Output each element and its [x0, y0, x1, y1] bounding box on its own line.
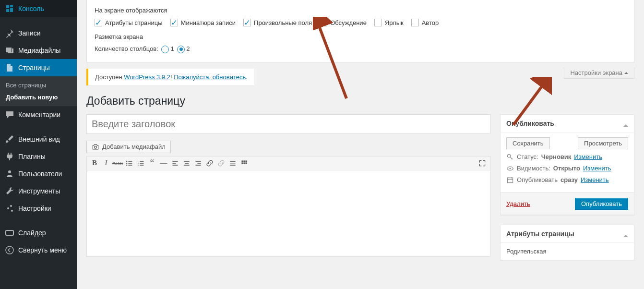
pin-icon — [5, 28, 14, 38]
svg-rect-32 — [243, 160, 245, 162]
toggle-icon — [623, 122, 628, 127]
brush-icon — [5, 134, 14, 144]
svg-rect-35 — [243, 162, 245, 164]
menu-dashboard[interactable]: Консоль — [0, 0, 77, 17]
post-status-row: Статус: Черновик Изменить — [506, 153, 628, 161]
chk-slug[interactable]: Ярлык — [374, 19, 404, 26]
submenu-add-new[interactable]: Добавить новую — [0, 91, 77, 103]
attributes-box-header[interactable]: Атрибуты страницы — [501, 225, 634, 243]
visibility-row: Видимость: Открыто Изменить — [506, 165, 628, 172]
svg-rect-39 — [507, 178, 513, 182]
menu-slider[interactable]: Слайдер — [0, 224, 77, 241]
menu-plugins[interactable]: Плагины — [0, 148, 77, 165]
fullscreen-button[interactable] — [477, 158, 488, 169]
svg-rect-23 — [185, 163, 189, 164]
chk-page-attributes[interactable]: ✓Атрибуты страницы — [95, 19, 163, 26]
quote-button[interactable]: “ — [147, 158, 157, 169]
menu-comments[interactable]: Комментарии — [0, 106, 77, 123]
menu-label: Медиафайлы — [18, 47, 60, 54]
submenu-all-pages[interactable]: Все страницы — [0, 79, 77, 91]
menu-label: Консоль — [18, 5, 44, 12]
svg-point-37 — [507, 154, 510, 157]
menu-label: Слайдер — [18, 229, 46, 237]
save-draft-button[interactable]: Сохранить — [506, 137, 550, 149]
preview-button[interactable]: Просмотреть — [578, 137, 628, 149]
italic-button[interactable]: I — [101, 158, 111, 169]
ul-button[interactable] — [124, 158, 134, 169]
radio-cols-1[interactable] — [161, 46, 169, 53]
bold-button[interactable]: B — [89, 158, 100, 169]
calendar-icon — [506, 176, 514, 184]
svg-point-7 — [126, 160, 127, 161]
svg-rect-8 — [128, 161, 132, 162]
svg-rect-33 — [245, 160, 247, 162]
layout-columns-row: Количество столбцов: 1 2 — [95, 45, 626, 53]
chk-discussion[interactable]: Обсуждение — [320, 19, 367, 26]
svg-rect-36 — [245, 162, 247, 164]
publish-button[interactable]: Опубликовать — [575, 198, 628, 210]
screen-options-toggle[interactable]: Настройки экрана — [564, 67, 634, 79]
svg-rect-34 — [241, 162, 243, 164]
schedule-row: Опубликовать сразу Изменить — [506, 176, 628, 184]
align-right-button[interactable] — [193, 158, 203, 169]
svg-rect-19 — [172, 161, 178, 162]
svg-rect-30 — [230, 165, 235, 166]
svg-rect-18 — [140, 165, 143, 166]
link-button[interactable] — [204, 158, 215, 169]
chk-author[interactable]: Автор — [411, 19, 439, 26]
toolbar-toggle-button[interactable] — [239, 158, 250, 169]
menu-users[interactable]: Пользователи — [0, 165, 77, 182]
page-icon — [5, 63, 14, 72]
svg-point-2 — [7, 207, 9, 209]
svg-point-11 — [126, 164, 127, 165]
menu-posts[interactable]: Записи — [0, 24, 77, 42]
chk-featured-image[interactable]: ✓Миниатюра записи — [170, 19, 236, 26]
editor-body[interactable] — [86, 170, 490, 257]
strike-button[interactable]: ABC — [112, 158, 123, 169]
publish-box: Опубликовать Сохранить Просмотреть Стату… — [500, 114, 634, 215]
more-button[interactable] — [227, 158, 238, 169]
edit-schedule-link[interactable]: Изменить — [581, 176, 609, 183]
menu-pages[interactable]: Страницы — [0, 59, 77, 76]
publish-box-header[interactable]: Опубликовать — [501, 115, 634, 132]
svg-rect-31 — [241, 160, 243, 162]
menu-label: Плагины — [18, 153, 46, 160]
svg-rect-12 — [128, 165, 132, 166]
svg-rect-4 — [6, 230, 13, 235]
menu-tools[interactable]: Инструменты — [0, 182, 77, 200]
menu-label: Внешний вид — [18, 135, 60, 143]
ol-button[interactable]: 123 — [135, 158, 146, 169]
svg-point-9 — [126, 162, 127, 163]
menu-settings[interactable]: Настройки — [0, 200, 77, 217]
align-center-button[interactable] — [181, 158, 192, 169]
edit-visibility-link[interactable]: Изменить — [583, 165, 611, 172]
add-media-button[interactable]: Добавить медиафайл — [86, 141, 171, 153]
editor-toolbar: B I ABC 123 “ — — [86, 156, 490, 170]
submenu-pages: Все страницы Добавить новую — [0, 76, 77, 106]
unlink-button[interactable] — [216, 158, 227, 169]
sidebar-column: Опубликовать Сохранить Просмотреть Стату… — [500, 114, 634, 270]
parent-label: Родительская — [506, 248, 628, 255]
svg-text:3: 3 — [138, 164, 139, 166]
collapse-menu[interactable]: Свернуть меню — [0, 241, 77, 259]
radio-cols-2[interactable] — [177, 46, 185, 53]
menu-media[interactable]: Медиафайлы — [0, 42, 77, 59]
svg-rect-20 — [172, 163, 176, 164]
wp-version-link[interactable]: WordPress 3.9.2 — [124, 73, 170, 81]
chk-custom-fields[interactable]: ✓Произвольные поля — [243, 19, 312, 26]
svg-point-38 — [509, 168, 511, 169]
svg-rect-28 — [230, 161, 235, 162]
menu-label: Записи — [18, 29, 40, 37]
content-area: На экране отображаются ✓Атрибуты страниц… — [77, 0, 644, 289]
admin-sidebar: Консоль Записи Медиафайлы Страницы Все с… — [0, 0, 77, 289]
menu-appearance[interactable]: Внешний вид — [0, 131, 77, 148]
hr-button[interactable]: — — [158, 158, 169, 169]
svg-point-1 — [10, 205, 12, 207]
post-title-input[interactable] — [86, 114, 490, 134]
edit-status-link[interactable]: Изменить — [574, 153, 602, 160]
screen-options-panel: На экране отображаются ✓Атрибуты страниц… — [86, 0, 634, 62]
update-link[interactable]: Пожалуйста, обновитесь — [174, 73, 246, 81]
menu-label: Инструменты — [18, 187, 60, 195]
delete-link[interactable]: Удалить — [506, 200, 530, 207]
align-left-button[interactable] — [170, 158, 180, 169]
